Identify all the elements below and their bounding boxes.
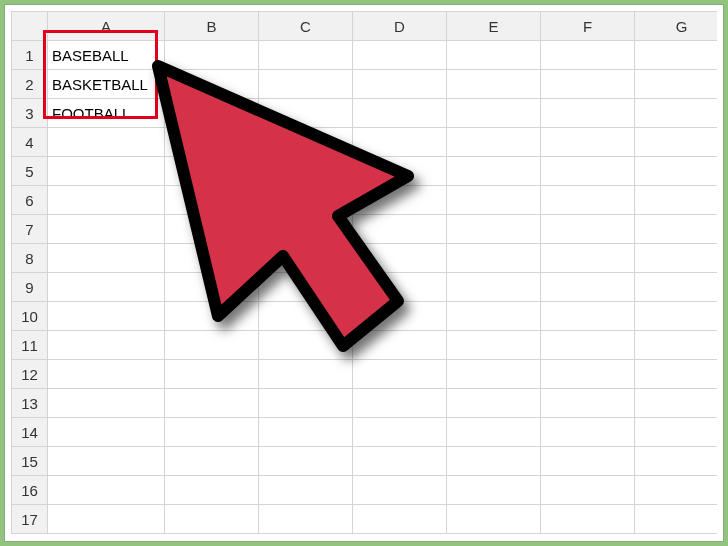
cell-E6[interactable]: [447, 186, 541, 215]
cell-F2[interactable]: [541, 70, 635, 99]
cell-F12[interactable]: [541, 360, 635, 389]
select-all-corner[interactable]: [12, 12, 48, 41]
cell-G3[interactable]: [635, 99, 718, 128]
cell-G7[interactable]: [635, 215, 718, 244]
cell-E15[interactable]: [447, 447, 541, 476]
row-header-16[interactable]: 16: [12, 476, 48, 505]
cell-B5[interactable]: [165, 157, 259, 186]
cell-A5[interactable]: [48, 157, 165, 186]
cell-B10[interactable]: [165, 302, 259, 331]
cell-A10[interactable]: [48, 302, 165, 331]
cell-A3[interactable]: FOOTBALL: [48, 99, 165, 128]
row-header-17[interactable]: 17: [12, 505, 48, 534]
cell-B7[interactable]: [165, 215, 259, 244]
cell-D14[interactable]: [353, 418, 447, 447]
cell-C10[interactable]: [259, 302, 353, 331]
cell-E9[interactable]: [447, 273, 541, 302]
cell-D9[interactable]: [353, 273, 447, 302]
cell-C17[interactable]: [259, 505, 353, 534]
row-header-6[interactable]: 6: [12, 186, 48, 215]
cell-C11[interactable]: [259, 331, 353, 360]
cell-A1[interactable]: BASEBALL: [48, 41, 165, 70]
cell-A4[interactable]: [48, 128, 165, 157]
cell-C7[interactable]: [259, 215, 353, 244]
cell-E17[interactable]: [447, 505, 541, 534]
column-header-D[interactable]: D: [353, 12, 447, 41]
cell-D17[interactable]: [353, 505, 447, 534]
cell-F10[interactable]: [541, 302, 635, 331]
cell-C13[interactable]: [259, 389, 353, 418]
cell-F1[interactable]: [541, 41, 635, 70]
cell-G12[interactable]: [635, 360, 718, 389]
column-header-G[interactable]: G: [635, 12, 718, 41]
cell-A9[interactable]: [48, 273, 165, 302]
cell-E12[interactable]: [447, 360, 541, 389]
cell-G16[interactable]: [635, 476, 718, 505]
cell-G4[interactable]: [635, 128, 718, 157]
cell-B4[interactable]: [165, 128, 259, 157]
cell-F9[interactable]: [541, 273, 635, 302]
cell-D10[interactable]: [353, 302, 447, 331]
cell-D4[interactable]: [353, 128, 447, 157]
cell-F3[interactable]: [541, 99, 635, 128]
cell-A15[interactable]: [48, 447, 165, 476]
cell-E4[interactable]: [447, 128, 541, 157]
cell-C4[interactable]: [259, 128, 353, 157]
row-header-2[interactable]: 2: [12, 70, 48, 99]
cell-E5[interactable]: [447, 157, 541, 186]
cell-E1[interactable]: [447, 41, 541, 70]
cell-F5[interactable]: [541, 157, 635, 186]
cell-A13[interactable]: [48, 389, 165, 418]
cell-G2[interactable]: [635, 70, 718, 99]
row-header-9[interactable]: 9: [12, 273, 48, 302]
cell-A12[interactable]: [48, 360, 165, 389]
cell-A6[interactable]: [48, 186, 165, 215]
cell-B16[interactable]: [165, 476, 259, 505]
cell-B15[interactable]: [165, 447, 259, 476]
cell-B1[interactable]: [165, 41, 259, 70]
cell-B8[interactable]: [165, 244, 259, 273]
row-header-4[interactable]: 4: [12, 128, 48, 157]
cell-G13[interactable]: [635, 389, 718, 418]
cell-F16[interactable]: [541, 476, 635, 505]
cell-A11[interactable]: [48, 331, 165, 360]
column-header-A[interactable]: A: [48, 12, 165, 41]
cell-D6[interactable]: [353, 186, 447, 215]
cell-C16[interactable]: [259, 476, 353, 505]
cell-D11[interactable]: [353, 331, 447, 360]
cell-G1[interactable]: [635, 41, 718, 70]
spreadsheet-grid[interactable]: A B C D E F G 1 BASEBALL 2 BASKETBALL: [11, 11, 717, 535]
cell-F4[interactable]: [541, 128, 635, 157]
cell-E13[interactable]: [447, 389, 541, 418]
cell-E7[interactable]: [447, 215, 541, 244]
cell-A8[interactable]: [48, 244, 165, 273]
cell-G14[interactable]: [635, 418, 718, 447]
cell-F14[interactable]: [541, 418, 635, 447]
cell-C3[interactable]: [259, 99, 353, 128]
row-header-8[interactable]: 8: [12, 244, 48, 273]
cell-D1[interactable]: [353, 41, 447, 70]
cell-G11[interactable]: [635, 331, 718, 360]
cell-G5[interactable]: [635, 157, 718, 186]
cell-G17[interactable]: [635, 505, 718, 534]
cell-A17[interactable]: [48, 505, 165, 534]
row-header-14[interactable]: 14: [12, 418, 48, 447]
cell-C12[interactable]: [259, 360, 353, 389]
column-header-E[interactable]: E: [447, 12, 541, 41]
cell-D13[interactable]: [353, 389, 447, 418]
cell-F13[interactable]: [541, 389, 635, 418]
cell-B9[interactable]: [165, 273, 259, 302]
row-header-11[interactable]: 11: [12, 331, 48, 360]
cell-F17[interactable]: [541, 505, 635, 534]
cell-B2[interactable]: [165, 70, 259, 99]
cell-E8[interactable]: [447, 244, 541, 273]
cell-C8[interactable]: [259, 244, 353, 273]
cell-F7[interactable]: [541, 215, 635, 244]
cell-A7[interactable]: [48, 215, 165, 244]
cell-E11[interactable]: [447, 331, 541, 360]
cell-A2[interactable]: BASKETBALL: [48, 70, 165, 99]
row-header-10[interactable]: 10: [12, 302, 48, 331]
cell-E16[interactable]: [447, 476, 541, 505]
row-header-15[interactable]: 15: [12, 447, 48, 476]
cell-D16[interactable]: [353, 476, 447, 505]
